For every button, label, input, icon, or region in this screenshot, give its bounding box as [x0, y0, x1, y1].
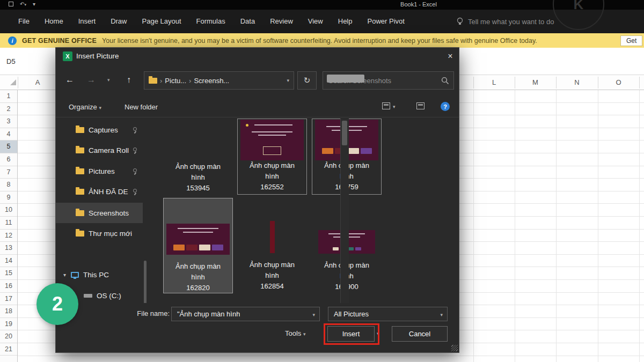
file-item-153945[interactable]: Ảnh chụp màn hình 153945 — [163, 119, 233, 195]
column-header-a[interactable]: A — [18, 78, 57, 86]
select-all-corner[interactable] — [10, 79, 16, 85]
breadcrumb-screenshots[interactable]: Screensh... — [194, 77, 229, 85]
file-id: 153945 — [168, 183, 228, 194]
file-name-value: "Ảnh chụp màn hình — [177, 310, 240, 318]
file-item-162552[interactable]: Ảnh chụp màn hình 162552 — [237, 119, 307, 195]
ribbon-tab-page-layout[interactable]: Page Layout — [135, 10, 189, 33]
cancel-button[interactable]: Cancel — [392, 326, 448, 342]
ribbon-tab-help[interactable]: Help — [331, 10, 360, 33]
preview-pane-icon[interactable] — [416, 102, 425, 109]
breadcrumb-pictures[interactable]: Pictu... — [165, 77, 186, 85]
back-icon[interactable]: ← — [65, 75, 74, 85]
sidebar-item-camera-roll[interactable]: Camera Roll — [56, 140, 143, 160]
row-header-column: 1 2 3 4 5 6 7 8 9 10 11 12 13 14 15 16 1… — [0, 90, 18, 362]
row-header[interactable]: 15 — [0, 267, 17, 280]
organize-menu[interactable]: Organize ▾ — [69, 103, 101, 111]
row-header[interactable]: 13 — [0, 242, 17, 255]
ribbon-tab-review[interactable]: Review — [262, 10, 301, 33]
file-item-162820[interactable]: Ảnh chụp màn hình 162820 — [163, 198, 233, 293]
column-header-m[interactable]: M — [515, 78, 556, 86]
file-type-combobox[interactable]: All Pictures ▾ — [328, 307, 448, 321]
chevron-down-icon: ▾ — [440, 312, 443, 317]
file-list-scrollbar[interactable] — [340, 119, 349, 303]
ribbon-tab-data[interactable]: Data — [233, 10, 262, 33]
help-icon[interactable]: ? — [441, 102, 450, 111]
name-box[interactable]: D5 — [6, 57, 16, 65]
sidebar-item-screenshots[interactable]: Screenshots — [56, 203, 143, 223]
folder-icon — [76, 210, 84, 216]
ribbon-tab-home[interactable]: Home — [37, 10, 71, 33]
row-header[interactable]: 6 — [0, 153, 17, 166]
column-header-n[interactable]: N — [556, 78, 598, 86]
column-header-o[interactable]: O — [598, 78, 639, 86]
row-header[interactable]: 9 — [0, 191, 17, 204]
ribbon-tab-strip: File Home Insert Draw Page Layout Formul… — [11, 10, 412, 33]
file-id: 162820 — [168, 283, 228, 293]
file-name: Ảnh chụp màn hình — [242, 160, 302, 182]
row-header[interactable]: 11 — [0, 217, 17, 230]
warning-badge: GET GENUINE OFFICE — [22, 37, 97, 45]
row-header[interactable]: 4 — [0, 128, 17, 141]
screen: ↶▾ ▾ Book1 - Excel File Home Insert Draw… — [0, 0, 644, 362]
tell-me-box[interactable]: Tell me what you want to do — [456, 10, 554, 33]
new-folder-button[interactable]: New folder — [125, 103, 158, 111]
row-header[interactable]: 18 — [0, 305, 17, 318]
sidebar-item-thu-muc-moi[interactable]: Thư mục mới — [56, 223, 143, 243]
recent-locations-icon[interactable]: ▾ — [107, 77, 110, 83]
row-header[interactable]: 7 — [0, 166, 17, 179]
forward-icon[interactable]: → — [87, 75, 96, 85]
save-icon[interactable] — [9, 2, 13, 6]
breadcrumb[interactable]: › Pictu... › Screensh... ▾ — [144, 71, 294, 90]
scrollbar-thumb[interactable] — [342, 121, 347, 145]
ribbon-tab-view[interactable]: View — [301, 10, 331, 33]
row-header[interactable]: 16 — [0, 280, 17, 293]
chevron-down-icon[interactable]: ▾ — [287, 78, 289, 83]
chevron-down-icon: ▾ — [312, 312, 315, 317]
chevron-down-icon[interactable]: ▾ — [393, 104, 396, 109]
ribbon-tab-formulas[interactable]: Formulas — [189, 10, 233, 33]
column-header-l[interactable]: L — [473, 78, 515, 86]
file-name-combobox[interactable]: "Ảnh chụp màn hình ▾ — [171, 307, 320, 321]
file-name: Ảnh chụp màn hình — [242, 260, 302, 281]
row-header[interactable]: 3 — [0, 115, 17, 128]
up-icon[interactable]: ↑ — [127, 75, 131, 85]
thumbnail-view-icon[interactable] — [382, 102, 390, 109]
tell-me-label: Tell me what you want to do — [468, 18, 554, 26]
row-header[interactable]: 21 — [0, 343, 17, 356]
sidebar-scrollbar[interactable] — [144, 261, 147, 303]
row-header[interactable]: 19 — [0, 318, 17, 331]
sidebar-item-this-pc[interactable]: ▾ This PC — [56, 264, 143, 285]
file-id: 162854 — [242, 281, 302, 292]
sidebar-item-pictures[interactable]: Pictures — [56, 161, 143, 181]
row-header[interactable]: 17 — [0, 293, 17, 306]
folder-icon — [76, 231, 84, 237]
insert-picture-dialog: X Insert Picture × ← → ▾ ↑ › Pictu... › … — [55, 47, 459, 353]
resize-grip[interactable] — [451, 345, 458, 351]
row-header[interactable]: 12 — [0, 230, 17, 242]
customize-qat-icon[interactable]: ▾ — [33, 1, 35, 7]
row-header[interactable]: 10 — [0, 204, 17, 217]
pin-icon — [133, 189, 137, 193]
sidebar-item-captures[interactable]: Captures — [56, 120, 143, 140]
close-icon[interactable]: × — [444, 50, 456, 62]
ribbon-tab-draw[interactable]: Draw — [103, 10, 134, 33]
file-item-162854[interactable]: Ảnh chụp màn hình 162854 — [237, 198, 307, 293]
tools-menu[interactable]: Tools ▾ — [285, 329, 306, 337]
row-header[interactable]: 14 — [0, 255, 17, 268]
ribbon-tab-file[interactable]: File — [11, 10, 37, 33]
ribbon-tab-insert[interactable]: Insert — [71, 10, 104, 33]
row-header[interactable]: 2 — [0, 103, 17, 116]
row-header[interactable]: 20 — [0, 330, 17, 343]
ribbon-tab-power-pivot[interactable]: Power Pivot — [360, 10, 412, 33]
row-header[interactable]: 1 — [0, 90, 17, 103]
info-icon: i — [8, 36, 17, 45]
refresh-button[interactable]: ↻ — [297, 71, 317, 90]
row-header[interactable]: 8 — [0, 179, 17, 191]
warning-message: Your license isn't genuine, and you may … — [102, 37, 537, 45]
refresh-icon: ↻ — [304, 76, 311, 85]
folder-icon — [76, 127, 84, 133]
sidebar-item-anh-da-de[interactable]: ẢNH ĐÃ DE — [56, 181, 143, 202]
get-genuine-button[interactable]: Get — [620, 35, 642, 46]
undo-icon[interactable]: ↶▾ — [20, 1, 26, 7]
row-header-selected[interactable]: 5 — [0, 141, 17, 153]
